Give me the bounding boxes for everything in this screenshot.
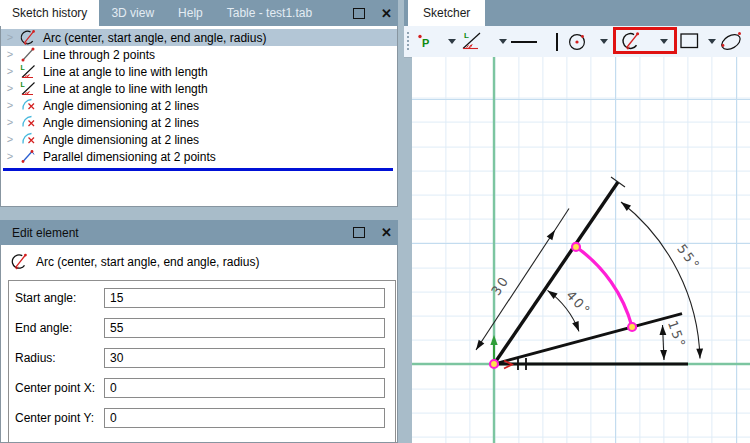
chevron-right-icon[interactable]: > [1, 100, 19, 111]
tree-item-label: Angle dimensioning at 2 lines [43, 99, 199, 113]
angle-dimension-15[interactable]: 15° [660, 318, 689, 360]
arc-tool-dropdown[interactable] [660, 39, 668, 44]
rectangle-tool[interactable] [680, 33, 699, 53]
origin-point[interactable] [490, 360, 498, 368]
end-angle-input[interactable] [104, 318, 385, 338]
insertion-marker [3, 168, 393, 171]
app-window: Sketch history 3D view Help Table - test… [0, 0, 750, 443]
tree-item-line-at-angle[interactable]: > L Line at angle to line with length [1, 80, 397, 97]
sketch-canvas[interactable]: 30 40° 55° [412, 57, 750, 443]
tab-sketch-history[interactable]: Sketch history [0, 0, 99, 26]
arc-endpoint-start[interactable] [628, 323, 636, 331]
arc-endpoint-end[interactable] [572, 243, 580, 251]
tab-sketcher[interactable]: Sketcher [408, 0, 485, 26]
line-angle-icon: L [19, 80, 36, 97]
circle-tool[interactable] [567, 32, 588, 56]
form-row: End angle: [15, 318, 395, 338]
edit-element-title: Edit element [12, 226, 79, 240]
chevron-right-icon[interactable]: > [1, 83, 19, 94]
end-angle-label: End angle: [15, 321, 104, 335]
form-row: Start angle: [15, 288, 395, 308]
sketch-history-window: Sketch history 3D view Help Table - test… [0, 0, 398, 207]
angle-dimension-40[interactable]: 40° [548, 288, 595, 332]
edit-element-body: Arc (center, start angle, end angle, rad… [0, 245, 398, 443]
extension-tick [611, 177, 625, 187]
angle-40-label: 40° [563, 288, 594, 319]
close-icon[interactable]: ✕ [381, 226, 392, 239]
sketcher-tabbar: Sketcher [404, 0, 750, 26]
horizontal-line-tool[interactable] [511, 41, 537, 43]
vertical-line-tool[interactable] [556, 33, 558, 51]
tree-item-line-at-angle[interactable]: > L Line at angle to line with length [1, 63, 397, 80]
svg-text:L: L [20, 81, 25, 88]
chevron-right-icon[interactable]: > [1, 151, 19, 162]
chevron-right-icon[interactable]: > [1, 49, 19, 60]
tree-item-label: Angle dimensioning at 2 lines [43, 116, 199, 130]
radius-label: Radius: [15, 351, 104, 365]
form-row: Center point Y: [15, 408, 395, 428]
start-angle-label: Start angle: [15, 291, 104, 305]
chevron-right-icon[interactable]: > [1, 134, 19, 145]
line-at-angle-tool[interactable]: L [459, 31, 485, 55]
point-tool[interactable]: P [416, 32, 434, 55]
line-at-angle-tool-dropdown[interactable] [499, 39, 507, 44]
tree-item-label: Line at angle to line with length [43, 82, 208, 96]
maximize-icon[interactable] [353, 8, 365, 19]
arc-tool[interactable] [621, 31, 641, 55]
chevron-right-icon[interactable]: > [1, 66, 19, 77]
point-tool-dropdown[interactable] [448, 39, 456, 44]
sketcher-window: Sketcher P L [404, 0, 750, 443]
tree-item-label: Parallel dimensioning at 2 points [43, 150, 216, 164]
element-type-row: Arc (center, start angle, end angle, rad… [11, 253, 259, 270]
radius-dimension[interactable]: 30 [476, 209, 569, 351]
tree-item-line[interactable]: > Line through 2 points [1, 46, 397, 63]
center-point-x-input[interactable] [104, 378, 385, 398]
tree-item-label: Angle dimensioning at 2 lines [43, 133, 199, 147]
circle-tool-dropdown[interactable] [600, 39, 608, 44]
sketcher-toolbar: P L [404, 26, 750, 58]
active-tool-highlight [613, 27, 677, 54]
svg-text:L: L [20, 64, 25, 71]
chevron-right-icon[interactable]: > [1, 117, 19, 128]
svg-text:P: P [422, 37, 429, 49]
ellipse-tool[interactable] [717, 30, 747, 57]
angle-15-label: 15° [665, 318, 689, 350]
start-angle-input[interactable] [104, 288, 385, 308]
tree-item-label: Line through 2 points [43, 48, 155, 62]
tab-table-test1[interactable]: Table - test1.tab [215, 0, 324, 26]
edit-element-titlebar: Edit element ✕ [0, 220, 398, 245]
angle-dim-icon [19, 114, 36, 131]
element-type-label: Arc (center, start angle, end angle, rad… [36, 255, 259, 269]
rectangle-tool-dropdown[interactable] [708, 39, 716, 44]
svg-text:L: L [464, 31, 469, 40]
tree-item-label: Line at angle to line with length [43, 65, 208, 79]
tree-item-arc[interactable]: > Arc (center, start angle, end angle, r… [1, 29, 397, 46]
tree-item-angle-dimensioning[interactable]: > Angle dimensioning at 2 lines [1, 97, 397, 114]
tree-item-angle-dimensioning[interactable]: > Angle dimensioning at 2 lines [1, 131, 397, 148]
tab-3d-view[interactable]: 3D view [99, 0, 166, 26]
angle-55-label: 55° [674, 241, 703, 273]
tab-help[interactable]: Help [166, 0, 215, 26]
center-point-y-label: Center point Y: [15, 411, 104, 425]
maximize-icon[interactable] [353, 227, 365, 238]
tree-item-angle-dimensioning[interactable]: > Angle dimensioning at 2 lines [1, 114, 397, 131]
form-row: Center point X: [15, 378, 395, 398]
y-direction-arrow [490, 335, 497, 361]
close-icon[interactable]: ✕ [381, 7, 392, 20]
sketch-history-tabbar: Sketch history 3D view Help Table - test… [0, 0, 398, 26]
chevron-right-icon[interactable]: > [1, 32, 19, 43]
angle-dimension-55[interactable]: 55° [621, 202, 704, 359]
form-row: Radius: [15, 348, 395, 368]
sketch-history-tree: > Arc (center, start angle, end angle, r… [0, 26, 398, 207]
center-point-y-input[interactable] [104, 408, 385, 428]
edit-form: Start angle: End angle: Radius: Center p… [8, 280, 396, 443]
edit-element-window: Edit element ✕ Arc (center, start angle,… [0, 220, 398, 443]
radius-input[interactable] [104, 348, 385, 368]
line-angle-icon: L [19, 63, 36, 80]
angle-dim-icon [19, 97, 36, 114]
angle-dim-icon [19, 131, 36, 148]
toolbar-drag-handle[interactable] [407, 32, 409, 52]
radius-dimension-label: 30 [488, 273, 512, 298]
tree-item-parallel-dimensioning[interactable]: > Parallel dimensioning at 2 points [1, 148, 397, 165]
tree-item-label: Arc (center, start angle, end angle, rad… [43, 31, 266, 45]
